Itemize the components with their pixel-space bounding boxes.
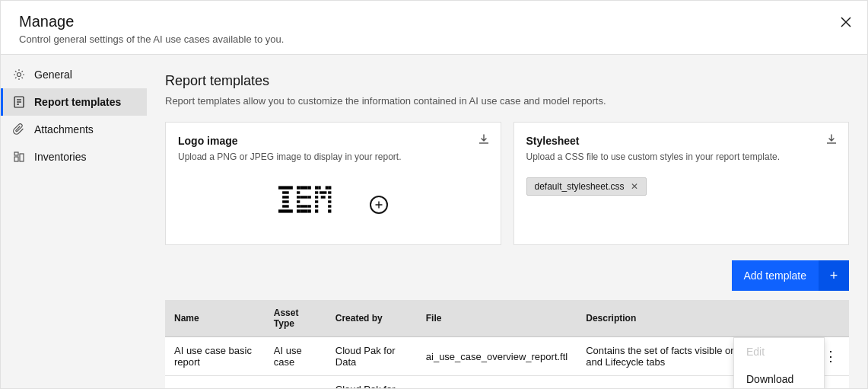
stylesheet-file-name: default_stylesheet.css <box>535 181 625 192</box>
inventories-icon <box>13 151 25 163</box>
row-name: AI asset full report <box>165 376 265 389</box>
col-asset-type: AssetType <box>265 300 326 337</box>
modal-title: Manage <box>19 13 849 30</box>
table-container: Name AssetType Created by File Descripti… <box>165 300 849 388</box>
logo-card-desc: Upload a PNG or JPEG image to display in… <box>178 151 488 162</box>
svg-rect-11 <box>278 186 293 189</box>
sidebar-item-inventories[interactable]: Inventories <box>1 143 147 171</box>
svg-rect-7 <box>14 157 18 161</box>
svg-rect-20 <box>297 191 300 193</box>
svg-rect-22 <box>300 196 307 198</box>
modal-container: Manage Control general settings of the A… <box>0 0 868 389</box>
table-header: Name AssetType Created by File Descripti… <box>165 300 849 337</box>
svg-rect-18 <box>300 186 307 189</box>
sidebar-item-attachments[interactable]: Attachments <box>1 116 147 143</box>
stylesheet-card-title: Stylesheet <box>526 135 837 147</box>
stylesheet-file-chip: default_stylesheet.css ✕ <box>526 177 647 196</box>
col-created-by: Created by <box>326 300 417 337</box>
stylesheet-download-icon[interactable] <box>825 133 838 145</box>
svg-rect-24 <box>297 200 300 202</box>
svg-rect-23 <box>307 196 310 198</box>
sidebar-item-report-templates[interactable]: Report templates <box>1 88 147 116</box>
col-description: Description <box>577 300 812 337</box>
svg-rect-14 <box>282 200 289 202</box>
settings-icon <box>13 69 25 81</box>
modal-body: General Report templates <box>1 55 867 388</box>
add-template-plus-icon: + <box>819 260 849 291</box>
svg-rect-12 <box>282 191 289 193</box>
col-actions <box>812 300 849 337</box>
stylesheet-card: Stylesheet Upload a CSS file to use cust… <box>513 122 850 245</box>
main-content: Report templates Report templates allow … <box>147 55 867 388</box>
row-asset-type: AI asset <box>265 376 326 389</box>
close-icon <box>840 16 852 28</box>
logo-download-icon[interactable] <box>478 133 490 145</box>
templates-table: Name AssetType Created by File Descripti… <box>165 300 849 388</box>
svg-rect-37 <box>328 191 331 193</box>
logo-image-card: Logo image Upload a PNG or JPEG image to… <box>165 122 501 245</box>
svg-rect-35 <box>315 191 318 193</box>
ibm-logo-area <box>178 171 488 232</box>
ibm-logo <box>278 183 370 220</box>
svg-rect-39 <box>320 196 325 198</box>
svg-rect-9 <box>14 152 18 155</box>
add-template-button[interactable]: Add template + <box>732 260 850 291</box>
col-name: Name <box>165 300 265 337</box>
upload-cards: Logo image Upload a PNG or JPEG image to… <box>165 122 849 245</box>
svg-rect-28 <box>297 209 300 212</box>
svg-rect-19 <box>307 186 310 189</box>
sidebar-item-inventories-label: Inventories <box>34 151 86 163</box>
svg-rect-17 <box>297 186 300 189</box>
overflow-menu-dots-icon: ⋮ <box>824 349 838 363</box>
context-menu-download[interactable]: Download <box>734 365 824 388</box>
svg-rect-33 <box>318 186 320 189</box>
close-button[interactable] <box>834 10 858 34</box>
row-asset-type: AI use case <box>265 337 326 376</box>
svg-rect-8 <box>20 154 24 161</box>
svg-rect-15 <box>282 205 289 207</box>
svg-rect-34 <box>325 186 327 189</box>
sidebar-item-attachments-label: Attachments <box>34 123 94 136</box>
svg-point-2 <box>17 73 21 77</box>
svg-rect-26 <box>300 205 307 207</box>
row-actions: ⋮ Edit Download Delete <box>812 337 849 376</box>
svg-rect-45 <box>315 209 318 212</box>
logo-card-title: Logo image <box>178 135 488 147</box>
table-body: AI use case basic report AI use case Clo… <box>165 337 849 389</box>
toolbar-row: Add template + <box>165 260 849 291</box>
sidebar: General Report templates <box>1 55 147 388</box>
row-created-by: Cloud Pak for Data <box>326 376 417 389</box>
svg-rect-46 <box>328 209 331 212</box>
section-title: Report templates <box>165 73 849 89</box>
svg-rect-13 <box>282 196 289 198</box>
sidebar-item-report-templates-label: Report templates <box>34 96 121 108</box>
context-menu-edit[interactable]: Edit <box>734 338 824 365</box>
svg-rect-21 <box>297 196 300 198</box>
stylesheet-file-remove-button[interactable]: ✕ <box>631 181 638 192</box>
upload-circle-icon[interactable] <box>370 196 388 214</box>
svg-rect-38 <box>315 196 318 198</box>
svg-rect-41 <box>315 200 318 202</box>
svg-rect-25 <box>297 205 300 207</box>
svg-rect-43 <box>315 205 318 207</box>
svg-rect-40 <box>328 196 331 198</box>
svg-rect-44 <box>328 205 331 207</box>
svg-rect-42 <box>328 200 331 202</box>
svg-rect-30 <box>307 209 310 212</box>
row-created-by: Cloud Pak for Data <box>326 337 417 376</box>
svg-rect-27 <box>307 205 310 207</box>
svg-rect-16 <box>278 209 293 212</box>
report-templates-icon <box>13 96 25 108</box>
add-template-label: Add template <box>732 269 819 282</box>
svg-rect-32 <box>328 186 331 189</box>
svg-rect-29 <box>300 209 307 212</box>
context-menu: Edit Download Delete <box>733 337 825 388</box>
row-file: ai_asset_report.ftl <box>417 376 577 389</box>
sidebar-item-general-label: General <box>34 69 72 81</box>
stylesheet-card-desc: Upload a CSS file to use custom styles i… <box>526 151 837 162</box>
section-desc: Report templates allow you to customize … <box>165 95 849 107</box>
attachments-icon <box>13 123 25 136</box>
svg-rect-36 <box>320 191 326 193</box>
sidebar-item-general[interactable]: General <box>1 61 147 88</box>
row-file: ai_use_case_overview_report.ftl <box>417 337 577 376</box>
